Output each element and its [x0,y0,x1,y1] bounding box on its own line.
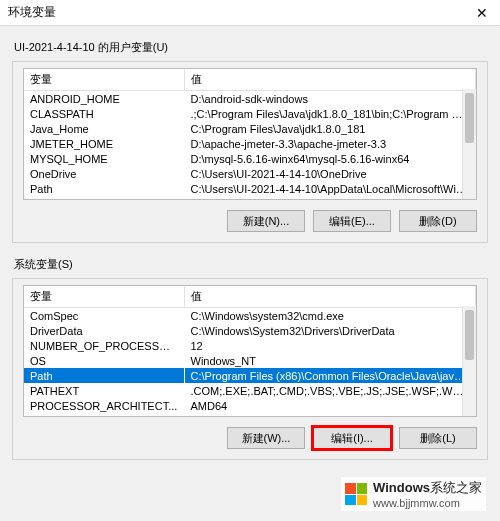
scrollbar-thumb[interactable] [465,310,474,360]
windows-logo-icon [345,483,367,505]
var-name: PROCESSOR_ARCHITECT... [24,398,184,413]
var-name: ANDROID_HOME [24,91,184,107]
watermark-suffix: 系统之家 [430,480,482,495]
var-value: C:\Windows\System32\Drivers\DriverData [184,323,476,338]
dialog-title: 环境变量 [8,4,56,21]
table-row[interactable]: NUMBER_OF_PROCESSORS12 [24,338,476,353]
var-value: C:\Users\UI-2021-4-14-10\AppData\Local\M… [184,181,476,196]
user-vars-table[interactable]: 变量 值 ANDROID_HOMED:\android-sdk-windowsC… [24,69,476,196]
col-header-name[interactable]: 变量 [24,69,184,91]
close-icon[interactable]: ✕ [472,5,492,21]
var-name: NUMBER_OF_PROCESSORS [24,338,184,353]
var-value: D:\android-sdk-windows [184,91,476,107]
var-name: MYSQL_HOME [24,151,184,166]
var-name: JMETER_HOME [24,136,184,151]
table-row[interactable]: PATHEXT.COM;.EXE;.BAT;.CMD;.VBS;.VBE;.JS… [24,383,476,398]
user-vars-label: UI-2021-4-14-10 的用户变量(U) [14,40,488,55]
var-value: D:\mysql-5.6.16-winx64\mysql-5.6.16-winx… [184,151,476,166]
var-value: C:\Program Files (x86)\Common Files\Orac… [184,368,476,383]
dialog-body: UI-2021-4-14-10 的用户变量(U) 变量 值 ANDROID_HO… [0,26,500,486]
sys-buttons: 新建(W)... 编辑(I)... 删除(L) [23,427,477,449]
titlebar: 环境变量 ✕ [0,0,500,26]
table-row[interactable]: OSWindows_NT [24,353,476,368]
col-header-name[interactable]: 变量 [24,286,184,308]
user-new-button[interactable]: 新建(N)... [227,210,305,232]
scrollbar[interactable] [462,89,476,199]
watermark-brand: Windows [373,480,430,495]
var-value: C:\Users\UI-2021-4-14-10\OneDrive [184,166,476,181]
user-vars-table-wrap: 变量 值 ANDROID_HOMED:\android-sdk-windowsC… [23,68,477,200]
table-row[interactable]: ANDROID_HOMED:\android-sdk-windows [24,91,476,107]
sys-vars-label: 系统变量(S) [14,257,488,272]
sys-delete-button[interactable]: 删除(L) [399,427,477,449]
var-name: DriverData [24,323,184,338]
table-row[interactable]: DriverDataC:\Windows\System32\Drivers\Dr… [24,323,476,338]
table-row[interactable]: Java_HomeC:\Program Files\Java\jdk1.8.0_… [24,121,476,136]
scrollbar-thumb[interactable] [465,93,474,143]
var-name: CLASSPATH [24,106,184,121]
table-row[interactable]: PROCESSOR_ARCHITECT...AMD64 [24,398,476,413]
var-name: Path [24,368,184,383]
var-name: Java_Home [24,121,184,136]
table-row[interactable]: JMETER_HOMED:\apache-jmeter-3.3\apache-j… [24,136,476,151]
var-value: D:\apache-jmeter-3.3\apache-jmeter-3.3 [184,136,476,151]
sys-vars-table[interactable]: 变量 值 ComSpecC:\Windows\system32\cmd.exeD… [24,286,476,413]
scrollbar[interactable] [462,306,476,416]
user-delete-button[interactable]: 删除(D) [399,210,477,232]
var-value: C:\Program Files\Java\jdk1.8.0_181 [184,121,476,136]
user-buttons: 新建(N)... 编辑(E)... 删除(D) [23,210,477,232]
table-row[interactable]: CLASSPATH.;C:\Program Files\Java\jdk1.8.… [24,106,476,121]
table-row[interactable]: PathC:\Program Files (x86)\Common Files\… [24,368,476,383]
var-value: AMD64 [184,398,476,413]
user-edit-button[interactable]: 编辑(E)... [313,210,391,232]
var-name: OneDrive [24,166,184,181]
table-row[interactable]: PathC:\Users\UI-2021-4-14-10\AppData\Loc… [24,181,476,196]
sys-edit-button[interactable]: 编辑(I)... [313,427,391,449]
watermark: Windows系统之家 www.bjjmmw.com [341,477,486,511]
user-vars-group: 变量 值 ANDROID_HOMED:\android-sdk-windowsC… [12,61,488,243]
table-row[interactable]: OneDriveC:\Users\UI-2021-4-14-10\OneDriv… [24,166,476,181]
var-value: .COM;.EXE;.BAT;.CMD;.VBS;.VBE;.JS;.JSE;.… [184,383,476,398]
var-name: Path [24,181,184,196]
sys-vars-table-wrap: 变量 值 ComSpecC:\Windows\system32\cmd.exeD… [23,285,477,417]
var-value: 12 [184,338,476,353]
var-value: Windows_NT [184,353,476,368]
col-header-value[interactable]: 值 [184,286,476,308]
var-value: C:\Windows\system32\cmd.exe [184,308,476,324]
var-name: ComSpec [24,308,184,324]
sys-vars-group: 变量 值 ComSpecC:\Windows\system32\cmd.exeD… [12,278,488,460]
sys-new-button[interactable]: 新建(W)... [227,427,305,449]
var-name: OS [24,353,184,368]
col-header-value[interactable]: 值 [184,69,476,91]
var-value: .;C:\Program Files\Java\jdk1.8.0_181\bin… [184,106,476,121]
watermark-url: www.bjjmmw.com [373,497,482,509]
var-name: PATHEXT [24,383,184,398]
table-row[interactable]: ComSpecC:\Windows\system32\cmd.exe [24,308,476,324]
table-row[interactable]: MYSQL_HOMED:\mysql-5.6.16-winx64\mysql-5… [24,151,476,166]
